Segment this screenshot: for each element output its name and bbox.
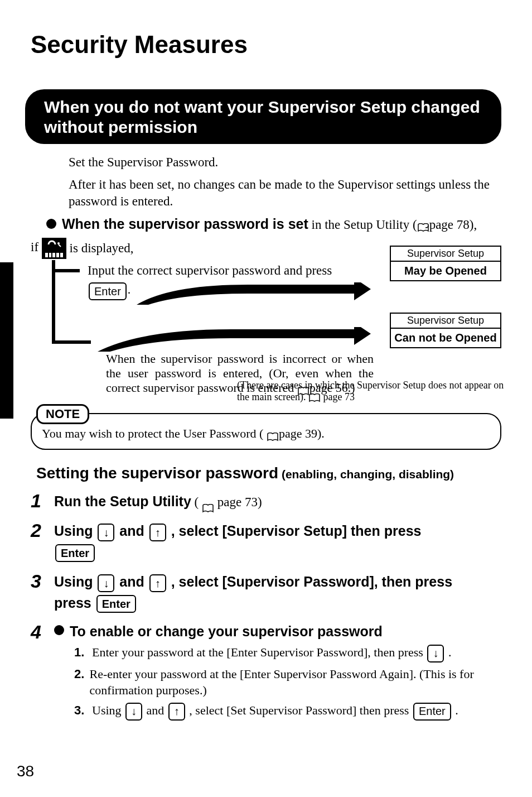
side-tab bbox=[0, 262, 13, 419]
box2-body: Can not be Opened bbox=[391, 329, 500, 347]
down-key-icon: ↓ bbox=[125, 703, 142, 721]
page-ref-icon bbox=[202, 498, 214, 507]
if-text: if bbox=[31, 240, 38, 254]
enter-key-icon: Enter bbox=[96, 595, 136, 613]
subsection-heading: Setting the supervisor password (enablin… bbox=[36, 464, 501, 482]
lock-icon bbox=[42, 238, 66, 259]
enter-key-icon: Enter bbox=[89, 282, 127, 300]
step-4: 4 To enable or change your supervisor pa… bbox=[31, 622, 501, 724]
up-key-icon: ↑ bbox=[149, 574, 166, 592]
intro-line-1: Set the Supervisor Password. bbox=[69, 154, 501, 171]
step-1: 1 Run the Setup Utility ( page 73) bbox=[31, 491, 501, 512]
page-ref-icon bbox=[417, 221, 429, 230]
up-key-icon: ↑ bbox=[149, 524, 166, 541]
bullet-icon bbox=[54, 625, 64, 635]
flow-diagram: if is displayed, Input the correct super… bbox=[31, 238, 501, 405]
step-3: 3 Using ↓ and ↑ , select [Supervisor Pas… bbox=[31, 572, 501, 613]
when-set-line: When the supervisor password is set in t… bbox=[62, 216, 477, 232]
enter-key-icon: Enter bbox=[413, 703, 451, 721]
down-key-icon: ↓ bbox=[98, 574, 114, 592]
is-displayed: is displayed, bbox=[70, 241, 134, 255]
page-number: 38 bbox=[17, 762, 34, 780]
substep-3: 3. Using ↓ and ↑ , select [Set Superviso… bbox=[74, 702, 501, 721]
section-banner: When you do not want your Supervisor Set… bbox=[25, 89, 501, 144]
page-ref-icon bbox=[308, 393, 321, 402]
up-key-icon: ↑ bbox=[168, 703, 185, 721]
note-text: You may wish to protect the User Passwor… bbox=[42, 426, 267, 440]
box1-header: Supervisor Setup bbox=[391, 247, 500, 262]
period: . bbox=[128, 282, 131, 296]
arrow-right-icon bbox=[137, 282, 371, 307]
box1-body: May be Opened bbox=[391, 262, 500, 280]
page-title: Security Measures bbox=[31, 31, 501, 59]
note-label: NOTE bbox=[36, 404, 89, 424]
note-box: NOTE You may wish to protect the User Pa… bbox=[31, 413, 501, 450]
page-ref-icon bbox=[267, 430, 279, 439]
svg-point-0 bbox=[57, 242, 60, 244]
input-correct-text: Input the correct supervisor password an… bbox=[88, 263, 332, 278]
step-2: 2 Using ↓ and ↑ , select [Supervisor Set… bbox=[31, 521, 501, 563]
enter-key-icon: Enter bbox=[55, 544, 95, 562]
arrow-right-icon bbox=[98, 327, 371, 354]
substep-2: 2. Re-enter your password at the [Enter … bbox=[74, 666, 501, 699]
substep-1: 1. Enter your password at the [Enter Sup… bbox=[74, 644, 501, 662]
box2-header: Supervisor Setup bbox=[391, 314, 500, 329]
down-key-icon: ↓ bbox=[427, 645, 444, 662]
diagram-footnote: (There are cases in which the Supervisor… bbox=[237, 380, 505, 404]
down-key-icon: ↓ bbox=[98, 524, 114, 541]
intro-line-2: After it has been set, no changes can be… bbox=[69, 176, 501, 210]
bullet-icon bbox=[46, 219, 56, 229]
